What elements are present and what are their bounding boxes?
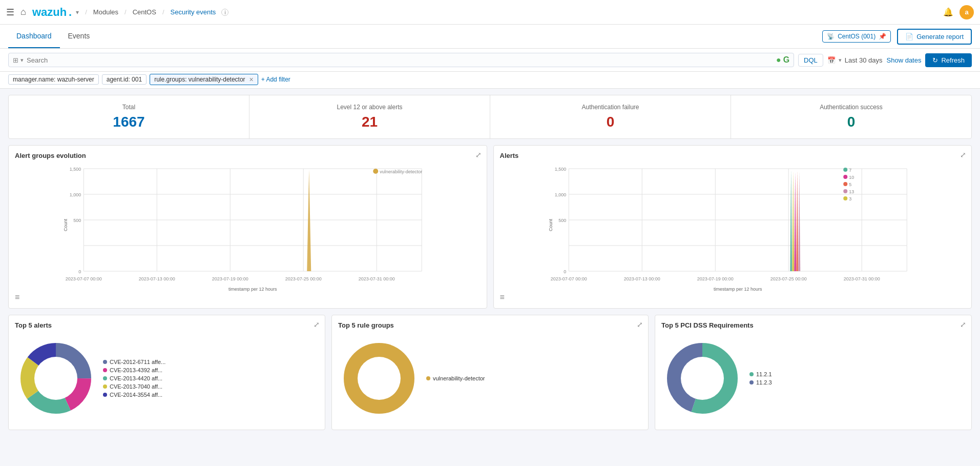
legend-dot — [103, 360, 107, 364]
refresh-button[interactable]: ↻ Refresh — [925, 53, 972, 67]
top5-alerts-legend: CVE-2012-6711 affe... CVE-2013-4392 aff.… — [103, 359, 165, 398]
svg-point-58 — [843, 189, 847, 193]
filter-expand-icon[interactable]: ⊞ — [13, 56, 18, 64]
chevron-down-icon[interactable]: ▾ — [76, 9, 79, 16]
svg-text:2023-07-13 00:00: 2023-07-13 00:00 — [623, 276, 660, 281]
legend-dot — [103, 368, 107, 372]
generate-report-button[interactable]: 📄 Generate report — [897, 29, 972, 45]
svg-text:2023-07-31 00:00: 2023-07-31 00:00 — [843, 276, 880, 281]
legend-dot — [103, 393, 107, 397]
svg-text:7: 7 — [849, 168, 851, 173]
svg-text:1,500: 1,500 — [554, 167, 566, 172]
svg-text:Count: Count — [548, 219, 553, 232]
svg-text:2023-07-19 00:00: 2023-07-19 00:00 — [697, 276, 733, 281]
pin-icon: 📌 — [879, 33, 886, 40]
stats-row: Total 1667 Level 12 or above alerts 21 A… — [8, 95, 972, 139]
dql-button[interactable]: DQL — [798, 54, 823, 67]
svg-text:timestamp per 12 hours: timestamp per 12 hours — [228, 287, 277, 292]
g-icon-1: ● — [776, 55, 781, 65]
stat-total-value: 1667 — [13, 114, 245, 130]
svg-point-23 — [373, 169, 378, 174]
search-input[interactable] — [27, 56, 776, 64]
legend-label: CVE-2014-3554 aff... — [110, 392, 162, 398]
breadcrumb-security-events: Security events — [171, 8, 216, 16]
svg-text:2023-07-07 00:00: 2023-07-07 00:00 — [66, 276, 102, 281]
legend-dot — [749, 380, 754, 384]
notification-icon[interactable]: 🔔 — [943, 7, 953, 17]
breadcrumb-centos[interactable]: CentOS — [133, 8, 156, 16]
agent-badge[interactable]: 📡 CentOS (001) 📌 — [822, 30, 891, 43]
svg-text:13: 13 — [849, 189, 854, 194]
legend-label: CVE-2012-6711 affe... — [110, 359, 165, 365]
nav-actions: 📡 CentOS (001) 📌 📄 Generate report — [822, 29, 972, 45]
stat-level12-value: 21 — [254, 114, 486, 130]
filter-tag-label: rule.groups: vulnerability-detector — [154, 76, 245, 83]
legend-label: 11.2.3 — [756, 379, 772, 386]
add-filter-button[interactable]: + Add filter — [261, 76, 290, 83]
legend-dot — [426, 376, 430, 380]
svg-marker-44 — [796, 170, 798, 271]
chevron-calendar-icon[interactable]: ▾ — [839, 57, 842, 64]
chart-menu-icon[interactable]: ≡ — [500, 293, 505, 302]
top5-pci-title: Top 5 PCI DSS Requirements — [661, 321, 965, 329]
svg-marker-16 — [307, 170, 311, 271]
stat-total-label: Total — [13, 104, 245, 111]
legend-item-1: CVE-2013-4392 aff... — [103, 367, 165, 373]
top5-rule-groups-title: Top 5 rule groups — [338, 321, 642, 329]
top5-pci-legend: 11.2.1 11.2.3 — [749, 371, 772, 386]
legend-item-4: CVE-2014-3554 aff... — [103, 392, 165, 398]
stat-auth-success-value: 0 — [735, 114, 967, 130]
legend-dot — [749, 372, 754, 376]
home-icon[interactable]: ⌂ — [20, 7, 26, 17]
filter-tags-bar: manager.name: wazuh-server agent.id: 001… — [0, 72, 980, 89]
svg-text:1,000: 1,000 — [70, 192, 81, 197]
agent-badge-icon: 📡 — [827, 33, 835, 40]
alert-groups-title: Alert groups evolution — [15, 152, 481, 159]
tab-dashboard[interactable]: Dashboard — [8, 25, 60, 48]
top5-rule-groups-donut-svg — [338, 337, 420, 419]
alerts-chart: Alerts ⤢ 1,500 1,000 500 0 Count — [493, 145, 972, 309]
expand-icon[interactable]: ⤢ — [475, 151, 482, 159]
legend-dot — [103, 376, 107, 380]
expand-icon[interactable]: ⤢ — [637, 320, 643, 329]
breadcrumb-modules[interactable]: Modules — [93, 8, 118, 16]
search-area[interactable]: ⊞ ▾ ● G — [8, 53, 794, 67]
charts-row: Alert groups evolution ⤢ 1,500 1,000 500… — [8, 145, 972, 309]
filter-tag-remove-icon[interactable]: × — [249, 75, 254, 84]
date-range-label: Last 30 days — [845, 56, 883, 64]
stat-total: Total 1667 — [9, 95, 249, 138]
user-avatar[interactable]: a — [960, 5, 974, 19]
tab-events[interactable]: Events — [60, 25, 98, 48]
svg-text:5: 5 — [849, 182, 851, 187]
top5-rule-groups-legend: vulnerability-detector — [426, 375, 485, 381]
svg-text:2023-07-25 00:00: 2023-07-25 00:00 — [285, 276, 322, 281]
svg-text:2023-07-07 00:00: 2023-07-07 00:00 — [550, 276, 587, 281]
expand-icon[interactable]: ⤢ — [960, 320, 966, 329]
wazuh-logo: wazuh. — [32, 6, 72, 19]
svg-text:1,500: 1,500 — [70, 167, 81, 172]
svg-text:2023-07-13 00:00: 2023-07-13 00:00 — [139, 276, 175, 281]
alerts-chart-container: 1,500 1,000 500 0 Count — [500, 164, 966, 302]
info-icon[interactable]: i — [221, 9, 228, 16]
alerts-svg: 1,500 1,000 500 0 Count — [500, 164, 966, 297]
calendar-icon[interactable]: 📅 — [827, 56, 836, 64]
svg-point-52 — [843, 168, 847, 172]
legend-dot — [103, 384, 107, 389]
svg-marker-41 — [790, 170, 792, 271]
expand-icon[interactable]: ⤢ — [960, 151, 966, 159]
alert-groups-svg: 1,500 1,000 500 0 Count — [15, 164, 481, 297]
hamburger-menu-icon[interactable]: ☰ — [6, 7, 14, 18]
svg-text:500: 500 — [73, 218, 81, 223]
chevron-filter-icon[interactable]: ▾ — [20, 57, 24, 64]
stat-auth-failure-value: 0 — [494, 114, 726, 130]
svg-text:0: 0 — [78, 269, 81, 274]
stat-level12: Level 12 or above alerts 21 — [249, 95, 490, 138]
chart-menu-icon[interactable]: ≡ — [15, 293, 19, 302]
show-dates-button[interactable]: Show dates — [887, 56, 922, 64]
svg-point-69 — [358, 357, 401, 400]
expand-icon[interactable]: ⤢ — [314, 320, 320, 329]
svg-marker-43 — [794, 172, 796, 271]
top5-alerts-title: Top 5 alerts — [15, 321, 319, 329]
date-range: 📅 ▾ Last 30 days — [827, 56, 883, 64]
top5-pci-donut-svg — [661, 337, 743, 419]
